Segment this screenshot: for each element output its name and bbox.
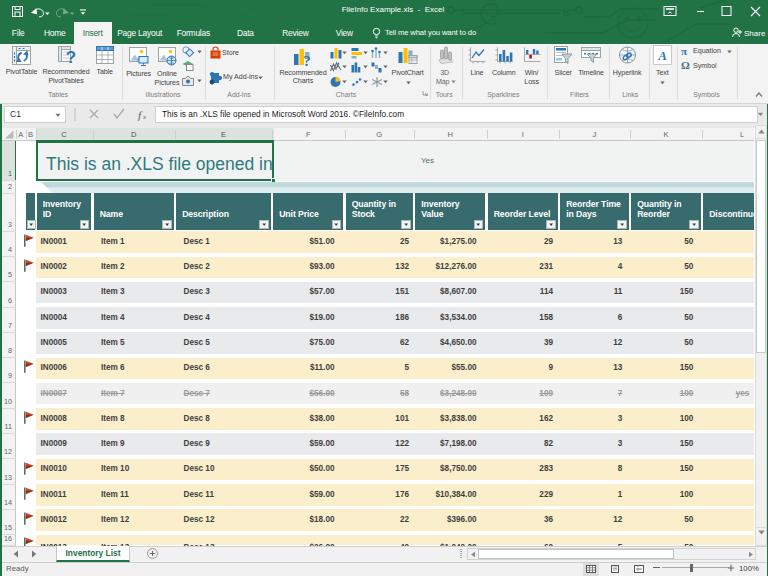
svg-text:x: x: [142, 113, 147, 121]
svg-text:?: ?: [303, 53, 311, 69]
svg-text:?: ?: [66, 48, 76, 67]
svg-text:A: A: [657, 48, 667, 63]
